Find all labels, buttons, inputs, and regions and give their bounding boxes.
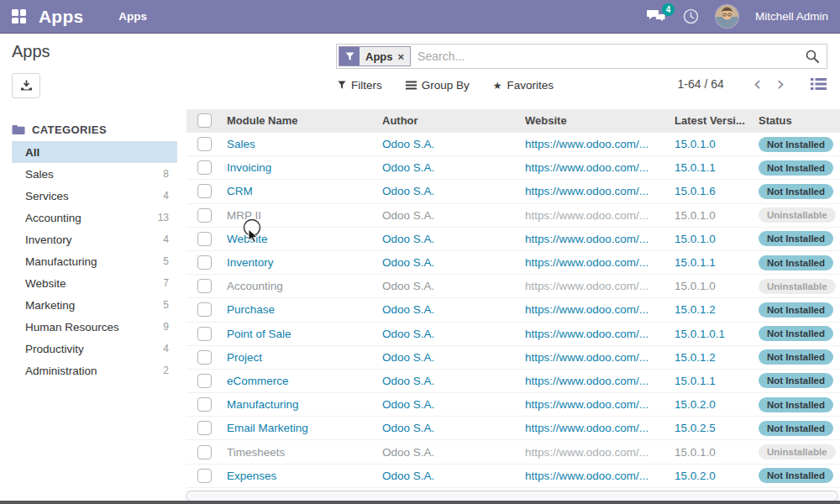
category-item-productivity[interactable]: Productivity4 [12,338,177,360]
website-link[interactable]: https://www.odoo.com/... [525,209,648,222]
version-text[interactable]: 15.0.1.0 [675,138,716,150]
upload-module-button[interactable] [12,73,40,98]
author-text[interactable]: Odoo S.A. [382,256,434,269]
version-text[interactable]: 15.0.1.2 [675,351,716,364]
module-name-link[interactable]: Purchase [227,303,275,316]
table-row[interactable]: ProjectOdoo S.A.https://www.odoo.com/...… [186,345,840,369]
category-item-all[interactable]: All [12,141,177,163]
version-text[interactable]: 15.0.2.0 [675,470,716,482]
author-text[interactable]: Odoo S.A. [382,351,434,364]
column-header-status[interactable]: Status [752,114,840,127]
apps-menu-icon[interactable] [12,9,26,24]
version-text[interactable]: 15.0.1.2 [675,303,716,316]
website-link[interactable]: https://www.odoo.com/... [525,161,648,174]
module-name-link[interactable]: Invoicing [227,161,271,174]
row-checkbox[interactable] [197,445,212,459]
version-text[interactable]: 15.0.1.0 [675,233,716,245]
row-checkbox[interactable] [197,469,212,483]
column-header-latest-version[interactable]: Latest Versi... [668,114,752,127]
list-view-button[interactable] [811,77,827,91]
row-checkbox[interactable] [197,184,212,198]
pager-next-button[interactable]: › [769,76,792,92]
category-item-services[interactable]: Services4 [12,185,177,207]
group-by-button[interactable]: Group By [406,79,470,92]
module-name-link[interactable]: eCommerce [227,375,289,387]
category-item-manufacturing[interactable]: Manufacturing5 [12,250,177,272]
table-row[interactable]: ExpensesOdoo S.A.https://www.odoo.com/..… [186,464,840,487]
table-row[interactable]: WebsiteOdoo S.A.https://www.odoo.com/...… [186,227,840,250]
module-name-link[interactable]: Inventory [227,256,274,269]
version-text[interactable]: 15.0.1.0.1 [675,328,725,340]
author-text[interactable]: Odoo S.A. [382,185,434,197]
module-name-link[interactable]: Email Marketing [227,422,308,434]
author-text[interactable]: Odoo S.A. [382,138,434,150]
row-checkbox[interactable] [197,255,212,270]
table-row[interactable]: InvoicingOdoo S.A.https://www.odoo.com/.… [186,155,840,179]
website-link[interactable]: https://www.odoo.com/... [525,375,648,387]
version-text[interactable]: 15.0.2.5 [675,422,716,434]
row-checkbox[interactable] [197,327,212,341]
messages-button[interactable]: 4 [647,9,666,24]
website-link[interactable]: https://www.odoo.com/... [525,256,648,269]
row-checkbox[interactable] [197,208,212,223]
table-row[interactable]: AccountingOdoo S.A.https://www.odoo.com/… [186,274,840,297]
search-facet-apps[interactable]: Apps × [339,46,411,66]
pager-prev-button[interactable]: ‹ [746,76,769,92]
table-row[interactable]: Point of SaleOdoo S.A.https://www.odoo.c… [186,322,840,345]
module-name-link[interactable]: Website [227,233,268,245]
table-row[interactable]: SalesOdoo S.A.https://www.odoo.com/...15… [186,132,840,155]
author-text[interactable]: Odoo S.A. [382,303,434,316]
category-item-sales[interactable]: Sales8 [12,163,177,185]
search-icon[interactable] [806,50,819,63]
row-checkbox[interactable] [197,350,212,365]
table-row[interactable]: InventoryOdoo S.A.https://www.odoo.com/.… [186,250,840,274]
table-row[interactable]: ManufacturingOdoo S.A.https://www.odoo.c… [186,392,840,416]
select-all-checkbox[interactable] [197,113,212,128]
version-text[interactable]: 15.0.1.1 [675,375,716,387]
author-text[interactable]: Odoo S.A. [382,398,434,411]
module-name-link[interactable]: Expenses [227,470,276,482]
row-checkbox[interactable] [197,421,212,435]
author-text[interactable]: Odoo S.A. [382,422,434,434]
website-link[interactable]: https://www.odoo.com/... [525,328,648,340]
search-input[interactable] [411,50,806,63]
table-row[interactable]: CRMOdoo S.A.https://www.odoo.com/...15.0… [186,179,840,202]
activities-clock-icon[interactable] [683,8,699,24]
row-checkbox[interactable] [197,397,212,412]
column-header-website[interactable]: Website [518,114,668,127]
category-item-inventory[interactable]: Inventory4 [12,228,177,250]
module-name-link[interactable]: Sales [227,138,255,150]
row-checkbox[interactable] [197,160,212,175]
website-link[interactable]: https://www.odoo.com/... [525,138,648,150]
website-link[interactable]: https://www.odoo.com/... [525,351,648,364]
website-link[interactable]: https://www.odoo.com/... [525,280,648,292]
version-text[interactable]: 15.0.2.0 [675,398,716,411]
row-checkbox[interactable] [197,374,212,388]
website-link[interactable]: https://www.odoo.com/... [525,446,648,459]
version-text[interactable]: 15.0.1.6 [675,185,716,197]
module-name-link[interactable]: Project [227,351,262,364]
website-link[interactable]: https://www.odoo.com/... [525,233,648,245]
author-text[interactable]: Odoo S.A. [382,470,434,482]
table-row[interactable]: Email MarketingOdoo S.A.https://www.odoo… [186,416,840,439]
favorites-button[interactable]: ★ Favorites [493,79,554,92]
table-row[interactable]: eCommerceOdoo S.A.https://www.odoo.com/.… [186,369,840,392]
category-item-accounting[interactable]: Accounting13 [12,207,177,228]
table-row[interactable]: MRP IIOdoo S.A.https://www.odoo.com/...1… [186,203,840,227]
table-row[interactable]: PurchaseOdoo S.A.https://www.odoo.com/..… [186,297,840,321]
category-item-website[interactable]: Website7 [12,272,177,294]
author-text[interactable]: Odoo S.A. [382,161,434,174]
column-header-author[interactable]: Author [375,114,518,127]
version-text[interactable]: 15.0.1.1 [675,161,716,174]
website-link[interactable]: https://www.odoo.com/... [525,470,648,482]
website-link[interactable]: https://www.odoo.com/... [525,303,648,316]
row-checkbox[interactable] [197,232,212,246]
user-name[interactable]: Mitchell Admin [755,10,828,23]
module-name-link[interactable]: CRM [227,185,253,197]
category-item-administration[interactable]: Administration2 [12,360,177,381]
author-text[interactable]: Odoo S.A. [382,328,434,340]
author-text[interactable]: Odoo S.A. [382,375,434,387]
website-link[interactable]: https://www.odoo.com/... [525,422,648,434]
module-name-link[interactable]: Manufacturing [227,398,299,411]
row-checkbox[interactable] [197,137,212,151]
